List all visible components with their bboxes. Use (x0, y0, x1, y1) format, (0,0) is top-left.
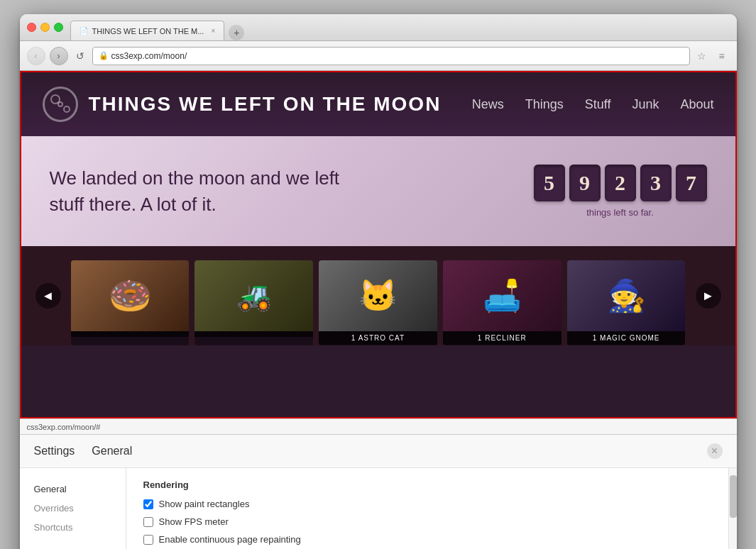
continuous-repaint-label: Enable continuous page repainting (159, 534, 301, 545)
devtools-main-content: Rendering Show paint rectangles Show FPS… (126, 468, 728, 549)
paint-rectangles-label: Show paint rectangles (159, 499, 250, 509)
devtools-scrollbar-thumb (730, 475, 737, 518)
digit-2: 9 (569, 165, 601, 201)
site-title: THINGS WE LEFT ON THE MOON (89, 93, 442, 116)
gallery-item-4-img: 🛋️ (443, 260, 561, 331)
site-nav: THINGS WE LEFT ON THE MOON News Things S… (21, 72, 735, 136)
website: THINGS WE LEFT ON THE MOON News Things S… (20, 71, 737, 418)
crater-2 (63, 106, 70, 113)
traffic-lights (27, 23, 63, 32)
gallery-item-1-label (71, 331, 190, 337)
gallery-item-2-label (195, 331, 313, 337)
devtools-section-label: General (92, 445, 132, 458)
gallery-item-5-label: 1 MAGIC GNOME (567, 331, 686, 345)
counter-digits: 5 9 2 3 7 (534, 165, 707, 201)
next-arrow-icon: ► (702, 289, 715, 304)
site-menu: News Things Stuff Junk About (472, 97, 714, 112)
maximize-button[interactable] (54, 23, 63, 32)
gallery-item-5-img: 🧙 (567, 260, 686, 331)
sidebar-shortcuts[interactable]: Shortcuts (20, 518, 126, 537)
crater-3 (57, 101, 63, 107)
gallery-item-2[interactable]: 🚜 (195, 260, 313, 345)
gallery-section: ◄ 🍩 🚜 🐱 1 ASTRO CAT (21, 246, 735, 345)
back-button[interactable]: ‹ (27, 47, 45, 65)
browser-toolbar: ‹ › ↺ 🔒 css3exp.com/moon/ ☆ ≡ (20, 41, 737, 71)
sidebar-overrides[interactable]: Overrides (20, 499, 126, 518)
devtools-settings-label: Settings (34, 445, 75, 458)
reload-icon: ↺ (76, 50, 84, 62)
tab-page-icon: 📄 (80, 27, 88, 35)
devtools-header: Settings General × (20, 435, 737, 468)
gallery-item-4-label: 1 RECLINER (443, 331, 561, 345)
close-button[interactable] (27, 23, 36, 32)
browser-content: THINGS WE LEFT ON THE MOON News Things S… (20, 71, 737, 549)
nav-news[interactable]: News (472, 97, 504, 112)
nav-junk[interactable]: Junk (632, 97, 659, 112)
status-bar: css3exp.com/moon/# (20, 418, 737, 434)
gallery-item-1-img: 🍩 (71, 260, 190, 331)
gallery-item-1[interactable]: 🍩 (71, 260, 190, 345)
devtools-panel: Settings General × General Overrides Sho… (20, 434, 737, 549)
gallery-item-3-img: 🐱 (319, 260, 437, 331)
devtools-close-icon: × (711, 445, 718, 458)
site-logo: THINGS WE LEFT ON THE MOON (43, 87, 442, 122)
forward-button[interactable]: › (50, 47, 68, 65)
gallery-prev-button[interactable]: ◄ (35, 283, 61, 309)
nav-things[interactable]: Things (525, 97, 564, 112)
digit-4: 3 (640, 165, 672, 201)
hero-section: We landed on the moon and we left stuff … (21, 136, 735, 246)
checkbox-paint-rectangles: Show paint rectangles (143, 499, 711, 509)
status-url: css3exp.com/moon/# (27, 423, 101, 431)
prev-arrow-icon: ◄ (42, 289, 55, 304)
gallery-item-3-label: 1 ASTRO CAT (319, 331, 437, 345)
fps-meter-checkbox[interactable] (143, 517, 153, 527)
url-icon: 🔒 (99, 51, 109, 60)
chrome-menu-button[interactable]: ≡ (714, 48, 730, 64)
counter-label: things left so far. (534, 207, 707, 218)
gallery-item-2-img: 🚜 (195, 260, 313, 331)
tab-bar: 📄 THINGS WE LEFT ON THE M... × + (70, 14, 730, 40)
active-tab[interactable]: 📄 THINGS WE LEFT ON THE M... × (70, 21, 225, 40)
new-tab-button[interactable]: + (229, 25, 244, 40)
title-bar: 📄 THINGS WE LEFT ON THE M... × + (20, 14, 737, 41)
gallery-item-4[interactable]: 🛋️ 1 RECLINER (443, 260, 561, 345)
forward-icon: › (57, 51, 60, 61)
tab-title: THINGS WE LEFT ON THE M... (92, 27, 204, 35)
counter-container: 5 9 2 3 7 things left so far. (534, 165, 707, 218)
gallery-item-5[interactable]: 🧙 1 MAGIC GNOME (567, 260, 686, 345)
checkbox-continuous-repaint: Enable continuous page repainting (143, 534, 711, 545)
checkbox-fps-meter: Show FPS meter (143, 516, 711, 527)
nav-stuff[interactable]: Stuff (585, 97, 611, 112)
hero-text: We landed on the moon and we left stuff … (50, 165, 369, 217)
gallery-item-3[interactable]: 🐱 1 ASTRO CAT (319, 260, 437, 345)
digit-1: 5 (534, 165, 565, 201)
address-bar[interactable]: 🔒 css3exp.com/moon/ (92, 47, 690, 65)
star-icon: ☆ (697, 50, 706, 62)
digit-3: 2 (605, 165, 636, 201)
back-icon: ‹ (35, 51, 38, 61)
devtools-close-button[interactable]: × (707, 443, 723, 459)
tab-close-icon[interactable]: × (211, 27, 215, 35)
url-text: css3exp.com/moon/ (111, 51, 187, 61)
moon-logo-icon (43, 87, 78, 122)
digit-5: 7 (676, 165, 707, 201)
rendering-section-title: Rendering (143, 479, 711, 490)
menu-icon: ≡ (718, 50, 724, 62)
paint-rectangles-checkbox[interactable] (143, 499, 153, 509)
reload-button[interactable]: ↺ (72, 48, 88, 64)
devtools-sidebar: General Overrides Shortcuts (20, 468, 126, 549)
gallery-next-button[interactable]: ► (696, 283, 721, 309)
nav-about[interactable]: About (680, 97, 713, 112)
fps-meter-label: Show FPS meter (159, 516, 229, 527)
continuous-repaint-checkbox[interactable] (143, 535, 153, 545)
minimize-button[interactable] (40, 23, 50, 32)
gallery-items: 🍩 🚜 🐱 1 ASTRO CAT 🛋️ 1 RECLINER (71, 260, 686, 345)
bookmark-button[interactable]: ☆ (694, 48, 710, 64)
sidebar-general[interactable]: General (20, 479, 126, 499)
devtools-scrollbar[interactable] (728, 468, 737, 549)
